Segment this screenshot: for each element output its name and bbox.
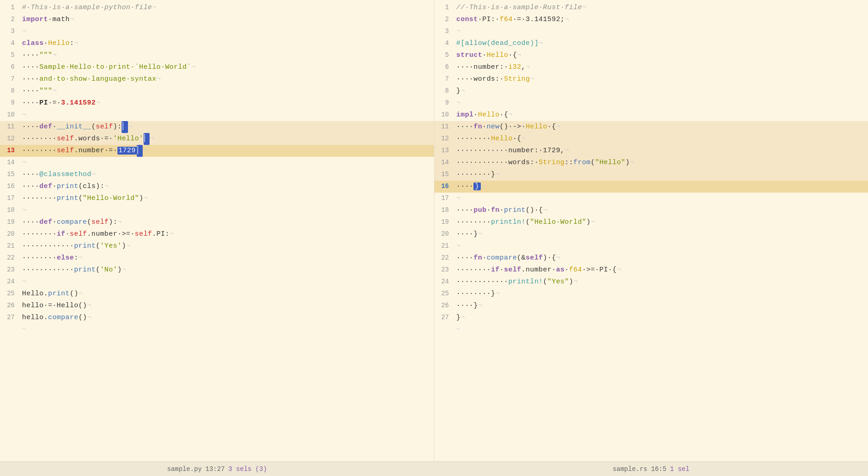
line-10: 10 ¬: [0, 109, 434, 121]
linenum-23: 23: [0, 266, 15, 273]
py-position: 13:27: [206, 465, 225, 473]
rs-line-19: 19 ········println!("Hello·World")¬: [434, 216, 868, 228]
code-23: ············print('No')¬: [22, 264, 430, 276]
linenum-6: 6: [0, 63, 15, 71]
rs-code-14: ············words:·String::from("Hello")…: [456, 157, 865, 169]
linenum-1: 1: [0, 4, 15, 11]
rs-line-18: 18 ····pub·fn·print()·{¬: [434, 205, 868, 216]
linenum-5: 5: [0, 51, 15, 59]
linenum-17: 17: [0, 194, 15, 202]
rs-linenum-4: 4: [434, 39, 449, 47]
rs-linenum-27: 27: [434, 314, 449, 321]
rs-linenum-10: 10: [434, 111, 449, 118]
code-25: Hello.print()¬: [22, 288, 430, 300]
rs-line-17: 17 ¬: [434, 193, 868, 205]
code-6: ····Sample·Hello·to·print·`Hello·World`¬: [22, 61, 430, 73]
python-pane: 1 #·This·is·a·sample·python·file¬ 2 impo…: [0, 0, 434, 461]
linenum-27: 27: [0, 314, 15, 321]
linenum-4: 4: [0, 39, 15, 47]
linenum-3: 3: [0, 28, 15, 35]
linenum-26: 26: [0, 302, 15, 309]
rs-line-21: 21 ¬: [434, 240, 868, 252]
line-2: 2 import·math¬: [0, 14, 434, 26]
code-11: ····def·__init__(self):▏¬: [22, 121, 430, 133]
statusbar: sample.py 13:27 3 sels (3) sample.rs 16:…: [0, 461, 868, 476]
rs-line-15: 15 ········}¬: [434, 169, 868, 181]
rs-code-12: ········Hello·{¬: [456, 133, 865, 145]
linenum-2: 2: [0, 16, 15, 23]
line-tilde-py: ~: [0, 324, 434, 336]
linenum-22: 22: [0, 254, 15, 261]
line-6: 6 ····Sample·Hello·to·print·`Hello·World…: [0, 61, 434, 73]
rs-line-4: 4 #[allow(dead_code)]¬: [434, 38, 868, 50]
line-25: 25 Hello.print()¬: [0, 288, 434, 300]
linenum-20: 20: [0, 230, 15, 238]
rs-linenum-6: 6: [434, 63, 449, 71]
code-12: ········self.words·=·'Hello'▏¬: [22, 133, 430, 145]
rs-code-24: ············println!("Yes")¬: [456, 276, 865, 288]
code-13: ········self.number·=·1729▏¬: [22, 145, 430, 157]
rs-code-26: ····}¬: [456, 300, 865, 312]
rs-code-7: ····words:·String¬: [456, 73, 865, 85]
code-9: ····PI·=·3.141592¬: [22, 97, 430, 109]
rs-line-24: 24 ············println!("Yes")¬: [434, 276, 868, 288]
rs-line-20: 20 ····}¬: [434, 228, 868, 240]
rs-line-13: 13 ············number:·1729,¬: [434, 145, 868, 157]
rs-linenum-23: 23: [434, 266, 449, 273]
rs-line-16: 16 ····}¬: [434, 181, 868, 193]
line-13: 13 ········self.number·=·1729▏¬: [0, 145, 434, 157]
code-17: ········print("Hello·World")¬: [22, 193, 430, 205]
rs-line-27: 27 }¬: [434, 312, 868, 324]
rs-sels: 1 sel: [670, 465, 690, 473]
linenum-11: 11: [0, 123, 15, 130]
code-21: ············print('Yes')¬: [22, 240, 430, 252]
linenum-7: 7: [0, 75, 15, 83]
rs-line-26: 26 ····}¬: [434, 300, 868, 312]
rs-code-27: }¬: [456, 312, 865, 324]
rs-linenum-15: 15: [434, 171, 449, 178]
line-7: 7 ····and·to·show·language·syntax¬: [0, 73, 434, 85]
rs-line-7: 7 ····words:·String¬: [434, 73, 868, 85]
rs-code-10: impl·Hello·{¬: [456, 109, 865, 121]
rs-code-21: ¬: [456, 240, 865, 252]
linenum-12: 12: [0, 135, 15, 142]
rust-pane: 1 //·This·is·a·sample·Rust·file¬ 2 const…: [434, 0, 868, 461]
py-filename: sample.py: [167, 465, 202, 473]
rs-line-11: 11 ····fn·new()·->·Hello·{¬: [434, 121, 868, 133]
rs-linenum-24: 24: [434, 278, 449, 285]
rs-line-1: 1 //·This·is·a·sample·Rust·file¬: [434, 2, 868, 14]
line-16: 16 ····def·print(cls):¬: [0, 181, 434, 193]
rs-code-5: struct·Hello·{¬: [456, 50, 865, 61]
rs-line-8: 8 }¬: [434, 85, 868, 97]
rs-linenum-3: 3: [434, 28, 449, 35]
status-left: sample.py 13:27 3 sels (3): [0, 465, 434, 473]
rs-line-23: 23 ········if·self.number·as·f64·>=·PI·{…: [434, 264, 868, 276]
rs-linenum-18: 18: [434, 206, 449, 214]
linenum-19: 19: [0, 218, 15, 226]
linenum-15: 15: [0, 171, 15, 178]
rs-linenum-8: 8: [434, 87, 449, 94]
rs-linenum-16: 16: [434, 183, 449, 190]
line-26: 26 hello·=·Hello()¬: [0, 300, 434, 312]
rs-line-12: 12 ········Hello·{¬: [434, 133, 868, 145]
line-4: 4 class·Hello:¬: [0, 38, 434, 50]
python-code-area[interactable]: 1 #·This·is·a·sample·python·file¬ 2 impo…: [0, 0, 434, 461]
code-3: ¬: [22, 26, 430, 38]
linenum-14: 14: [0, 159, 15, 166]
rs-code-9: ¬: [456, 97, 865, 109]
rs-line-2: 2 const·PI:·f64·=·3.141592;¬: [434, 14, 868, 26]
code-19: ····def·compare(self):¬: [22, 216, 430, 228]
linenum-16: 16: [0, 183, 15, 190]
rs-line-3: 3 ¬: [434, 26, 868, 38]
line-11: 11 ····def·__init__(self):▏¬: [0, 121, 434, 133]
code-10: ¬: [22, 109, 430, 121]
rust-code-area[interactable]: 1 //·This·is·a·sample·Rust·file¬ 2 const…: [434, 0, 868, 461]
line-21: 21 ············print('Yes')¬: [0, 240, 434, 252]
rs-code-15: ········}¬: [456, 169, 865, 181]
rs-code-20: ····}¬: [456, 228, 865, 240]
code-5: ····"""¬: [22, 50, 430, 61]
line-9: 9 ····PI·=·3.141592¬: [0, 97, 434, 109]
code-20: ········if·self.number·>=·self.PI:¬: [22, 228, 430, 240]
rs-position: 16:5: [651, 465, 667, 473]
rs-code-2: const·PI:·f64·=·3.141592;¬: [456, 14, 865, 26]
